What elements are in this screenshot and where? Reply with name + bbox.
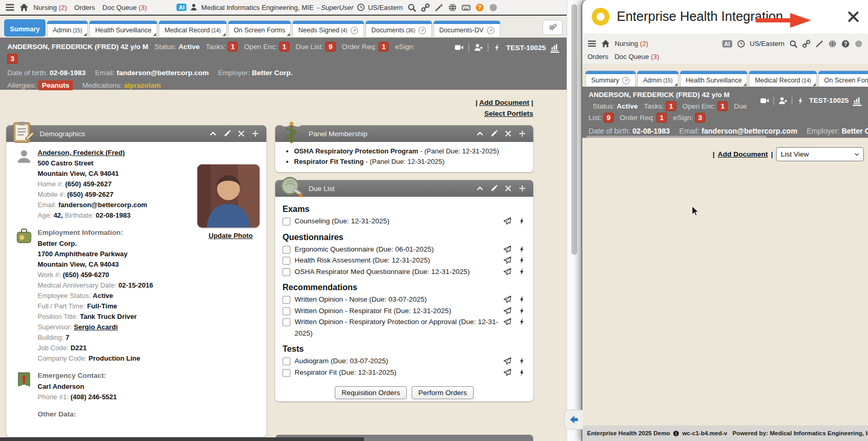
- medication-value[interactable]: alprazolam: [124, 81, 161, 89]
- lightning-icon[interactable]: [493, 43, 501, 52]
- lightning-icon[interactable]: [796, 97, 805, 105]
- lightning-icon[interactable]: [518, 368, 526, 376]
- panel-tab-summary[interactable]: Summary: [585, 70, 636, 87]
- main-tab-on-screen-forms[interactable]: On Screen Forms: [228, 20, 291, 37]
- wand-icon[interactable]: [815, 40, 824, 48]
- link-icon[interactable]: [421, 3, 430, 12]
- popout-icon[interactable]: [622, 77, 630, 85]
- globe-icon[interactable]: [828, 40, 837, 48]
- main-tab-summary[interactable]: Summary: [4, 19, 45, 37]
- due-item-checkbox[interactable]: [283, 218, 290, 225]
- count-badge-due-list[interactable]: 9: [325, 42, 336, 52]
- due-item-checkbox[interactable]: [283, 257, 290, 265]
- due-item-checkbox[interactable]: [283, 296, 290, 304]
- send-icon[interactable]: [503, 268, 511, 276]
- main-tab-needs-signed[interactable]: Needs Signed(4): [292, 20, 364, 37]
- search-icon[interactable]: [789, 40, 797, 48]
- video-camera-icon[interactable]: [454, 43, 464, 52]
- send-icon[interactable]: [503, 245, 511, 253]
- panel-tab-health-surveillance[interactable]: Health Surveillance: [680, 70, 748, 87]
- lightning-icon[interactable]: [518, 318, 526, 326]
- pencil-icon[interactable]: [490, 185, 498, 192]
- count-badge-esign[interactable]: 3: [7, 54, 18, 64]
- nav-item-doc-queue[interactable]: Doc Queue (3): [615, 53, 659, 61]
- help-icon[interactable]: ?: [841, 40, 850, 48]
- pencil-icon[interactable]: [224, 130, 231, 137]
- main-tab-medical-record[interactable]: Medical Record(14): [159, 20, 227, 37]
- panel-tab-on-screen-forms[interactable]: On Screen Forms: [818, 70, 868, 87]
- search-icon[interactable]: [407, 3, 416, 12]
- move-icon[interactable]: [519, 185, 526, 192]
- keyboard-icon[interactable]: [462, 3, 471, 12]
- lightning-icon[interactable]: [518, 245, 526, 253]
- move-icon[interactable]: [519, 130, 526, 137]
- panel-tab-medical-record[interactable]: Medical Record(14): [749, 70, 817, 87]
- count-badge-due-list[interactable]: 9: [604, 113, 614, 123]
- count-badge-order-req[interactable]: 1: [656, 113, 667, 123]
- add-document-link[interactable]: Add Document: [479, 99, 529, 106]
- close-icon[interactable]: [505, 130, 512, 137]
- nav-item-orders[interactable]: Orders: [588, 53, 608, 61]
- panel-tab-admin[interactable]: Admin(15): [637, 70, 678, 87]
- count-badge-open-enc[interactable]: 1: [279, 42, 290, 52]
- close-icon[interactable]: [847, 10, 860, 23]
- send-icon[interactable]: [503, 357, 511, 365]
- lightning-icon[interactable]: [518, 217, 526, 225]
- nav-item-nursing[interactable]: Nursing (2): [33, 4, 67, 11]
- ai-badge[interactable]: AI: [722, 40, 732, 47]
- nav-item-nursing[interactable]: Nursing (2): [615, 40, 648, 47]
- chevron-up-icon[interactable]: [209, 130, 217, 137]
- send-icon[interactable]: [503, 217, 511, 225]
- chevron-up-icon[interactable]: [476, 185, 484, 192]
- due-item-checkbox[interactable]: [283, 246, 290, 254]
- count-badge-esign[interactable]: 3: [695, 113, 706, 123]
- pencil-icon[interactable]: [490, 130, 498, 137]
- demographics-header[interactable]: Demographics: [6, 125, 266, 142]
- count-badge-open-enc[interactable]: 1: [718, 101, 728, 111]
- requisition-orders-button[interactable]: Requisition Orders: [335, 386, 407, 399]
- due-list-header[interactable]: Due List: [275, 180, 533, 197]
- info-icon[interactable]: [673, 430, 679, 437]
- person-add-icon[interactable]: [474, 43, 483, 52]
- menu-icon[interactable]: [5, 3, 15, 12]
- close-icon[interactable]: [238, 130, 245, 137]
- chart-id[interactable]: TEST-10025: [809, 95, 849, 106]
- field-link[interactable]: Sergio Acardi: [74, 323, 118, 331]
- close-icon[interactable]: [505, 185, 512, 192]
- send-icon[interactable]: [503, 318, 511, 326]
- help-icon[interactable]: ?: [475, 3, 484, 12]
- lightning-icon[interactable]: [518, 256, 526, 264]
- home-icon[interactable]: [601, 39, 610, 48]
- nav-item-orders[interactable]: Orders: [74, 4, 95, 11]
- main-tab-admin[interactable]: Admin(15): [47, 20, 88, 37]
- main-tab-documents-dv[interactable]: Documents-DV: [433, 20, 500, 37]
- select-portlets-link[interactable]: Select Portlets: [484, 110, 533, 117]
- due-item-checkbox[interactable]: [283, 369, 290, 377]
- send-icon[interactable]: [503, 368, 511, 376]
- view-select[interactable]: List View: [776, 147, 864, 161]
- wand-icon[interactable]: [435, 3, 443, 12]
- lightning-icon[interactable]: [518, 295, 526, 303]
- due-item-checkbox[interactable]: [283, 318, 290, 326]
- video-camera-icon[interactable]: [760, 96, 769, 105]
- popout-icon[interactable]: [487, 27, 495, 34]
- collapse-panel-button[interactable]: [564, 410, 583, 430]
- main-tab-health-surveillance[interactable]: Health Surveillance: [89, 20, 157, 37]
- link-icon[interactable]: [802, 40, 811, 48]
- due-item-checkbox[interactable]: [283, 357, 290, 365]
- lightning-icon[interactable]: [518, 268, 526, 276]
- due-item-checkbox[interactable]: [283, 268, 290, 276]
- bottom-scrollbar[interactable]: [0, 437, 364, 441]
- chart-id[interactable]: TEST-10025: [506, 44, 546, 52]
- send-icon[interactable]: [503, 307, 511, 315]
- perform-orders-button[interactable]: Perform Orders: [412, 386, 474, 399]
- main-tab-documents[interactable]: Documents(36): [366, 20, 432, 37]
- chart-icon[interactable]: [550, 42, 559, 53]
- globe-icon[interactable]: [448, 3, 457, 12]
- field-link[interactable]: Anderson, Frederick (Fred): [38, 149, 125, 157]
- menu-icon[interactable]: [588, 39, 596, 48]
- send-icon[interactable]: [503, 295, 511, 303]
- nav-item-doc-queue[interactable]: Doc Queue (3): [102, 4, 147, 11]
- lightning-icon[interactable]: [518, 357, 526, 365]
- due-item-checkbox[interactable]: [283, 307, 290, 315]
